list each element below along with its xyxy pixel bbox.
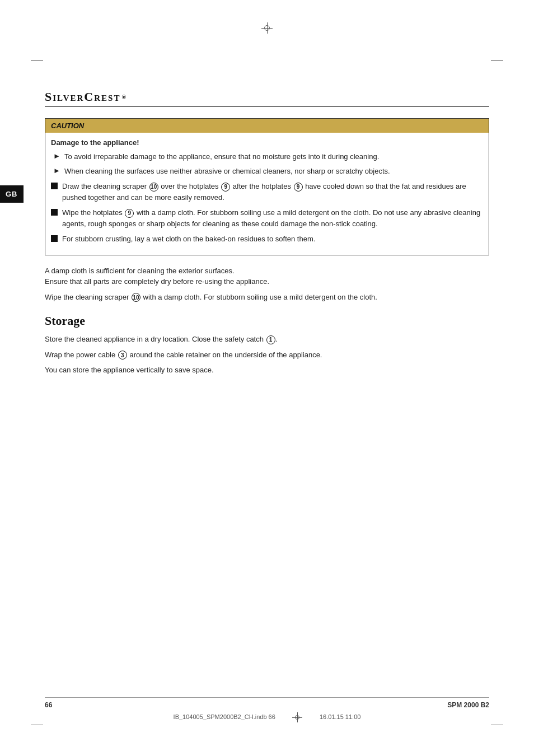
para-exterior-text2: Ensure that all parts are completely dry… <box>45 277 269 286</box>
para-exterior: A damp cloth is sufficient for cleaning … <box>45 265 489 287</box>
arrow-icon-2: ► <box>53 166 62 175</box>
date-info: 16.01.15 11:00 <box>320 713 360 720</box>
main-content: GB CAUTION Damage to the appliance! ► To… <box>0 118 534 376</box>
circled-10: 10 <box>149 183 158 192</box>
storage-section: Storage Store the cleaned appliance in a… <box>45 314 489 376</box>
header-rule <box>45 106 489 107</box>
caution-arrow-bullet-2: ► When cleaning the surfaces use neither… <box>51 166 483 177</box>
square-icon-3 <box>51 235 58 242</box>
para-exterior-text1: A damp cloth is sufficient for cleaning … <box>45 267 235 275</box>
brand-registered: ® <box>121 94 127 100</box>
footer-meta: IB_104005_SPM2000B2_CH.indb 66 16.01.15 … <box>45 712 489 722</box>
circled-9b: 9 <box>294 183 303 192</box>
storage-para-1: Store the cleaned appliance in a dry loc… <box>45 334 489 345</box>
square-bullet-text-2: Wipe the hotplates 9 with a damp cloth. … <box>62 207 483 229</box>
square-bullet-text-3: For stubborn crusting, lay a wet cloth o… <box>62 234 483 245</box>
caution-subheading: Damage to the appliance! <box>51 138 483 147</box>
brand-logo: SilverCrest® <box>45 90 489 104</box>
arrow-icon-1: ► <box>53 152 62 160</box>
storage-heading: Storage <box>45 314 489 328</box>
caution-box: CAUTION Damage to the appliance! ► To av… <box>45 118 489 255</box>
caution-arrow-bullet-1: ► To avoid irreparable damage to the app… <box>51 151 483 162</box>
caution-arrow-text-2: When cleaning the surfaces use neither a… <box>64 166 483 177</box>
left-margin-mark-top <box>31 60 43 61</box>
square-bullet-1: Draw the cleaning scraper 10 over the ho… <box>51 181 483 203</box>
square-bullet-2: Wipe the hotplates 9 with a damp cloth. … <box>51 207 483 229</box>
storage-para-2: Wrap the power cable 3 around the cable … <box>45 349 489 361</box>
caution-content: Damage to the appliance! ► To avoid irre… <box>45 133 489 255</box>
circled-1-storage: 1 <box>266 335 275 344</box>
circled-3-storage: 3 <box>118 351 127 360</box>
right-margin-mark-top <box>491 60 503 61</box>
square-icon-2 <box>51 209 58 216</box>
page-number: 66 <box>45 701 52 709</box>
page-footer: 66 SPM 2000 B2 IB_104005_SPM2000B2_CH.in… <box>0 697 534 722</box>
right-margin-mark-bottom <box>491 725 503 725</box>
left-margin-mark-bottom <box>31 725 43 725</box>
gb-language-tab: GB <box>0 185 24 203</box>
square-bullet-3: For stubborn crusting, lay a wet cloth o… <box>51 234 483 245</box>
product-code: SPM 2000 B2 <box>447 701 489 709</box>
brand-name: SilverCrest <box>45 90 120 104</box>
storage-para-3: You can store the appliance vertically t… <box>45 365 489 376</box>
circled-10-para: 10 <box>132 293 140 302</box>
square-icon-1 <box>51 183 58 189</box>
footer-crosshair <box>292 712 302 722</box>
circled-9a: 9 <box>221 183 230 192</box>
square-bullet-text-1: Draw the cleaning scraper 10 over the ho… <box>62 181 483 203</box>
footer-content: 66 SPM 2000 B2 <box>45 701 489 709</box>
caution-arrow-text-1: To avoid irreparable damage to the appli… <box>64 151 483 162</box>
page: SilverCrest® GB CAUTION Damage to the ap… <box>0 0 534 756</box>
page-header: SilverCrest® <box>0 39 534 107</box>
para-cleaning-scraper: Wipe the cleaning scraper 10 with a damp… <box>45 292 489 303</box>
caution-header: CAUTION <box>45 119 489 133</box>
footer-rule <box>45 697 489 698</box>
top-registration-mark <box>0 0 534 39</box>
file-info: IB_104005_SPM2000B2_CH.indb 66 <box>174 713 275 720</box>
caution-label: CAUTION <box>51 122 84 130</box>
circled-9c: 9 <box>125 209 134 218</box>
